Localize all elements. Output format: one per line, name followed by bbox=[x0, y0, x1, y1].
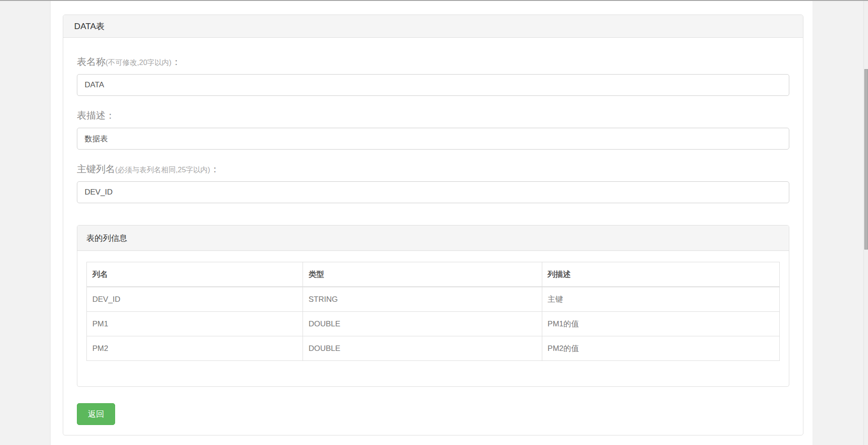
table-name-label-text: 表名称 bbox=[77, 56, 106, 67]
cell-col-type: STRING bbox=[303, 287, 542, 312]
primary-key-input[interactable] bbox=[77, 181, 789, 203]
primary-key-label-colon: ： bbox=[210, 164, 220, 174]
cell-col-type: DOUBLE bbox=[303, 312, 542, 336]
cell-col-name: PM2 bbox=[87, 336, 303, 361]
data-table-panel-heading: DATA表 bbox=[63, 15, 803, 38]
table-row: PM1 DOUBLE PM1的值 bbox=[87, 312, 780, 336]
data-table-panel-body: 表名称(不可修改,20字以内)： 表描述： 主键列名(必须与表列名相同,25字以… bbox=[63, 38, 803, 435]
column-header-type: 类型 bbox=[303, 262, 542, 287]
columns-table: 列名 类型 列描述 DEV_ID STRING 主键 bbox=[86, 262, 780, 361]
primary-key-field-group: 主键列名(必须与表列名相同,25字以内)： bbox=[77, 163, 789, 203]
table-desc-label-colon: ： bbox=[106, 110, 115, 120]
cell-col-type: DOUBLE bbox=[303, 336, 542, 361]
column-header-name: 列名 bbox=[87, 262, 303, 287]
page-content-area: DATA表 表名称(不可修改,20字以内)： 表描述： 主键列名(必须与表列名相… bbox=[50, 1, 812, 445]
vertical-scrollbar-thumb[interactable] bbox=[864, 69, 868, 250]
data-table-panel: DATA表 表名称(不可修改,20字以内)： 表描述： 主键列名(必须与表列名相… bbox=[63, 15, 803, 435]
table-row: PM2 DOUBLE PM2的值 bbox=[87, 336, 780, 361]
primary-key-label-text: 主键列名 bbox=[77, 164, 115, 174]
columns-info-panel-heading: 表的列信息 bbox=[77, 225, 789, 251]
table-desc-label-text: 表描述 bbox=[77, 110, 106, 120]
columns-info-panel: 表的列信息 列名 类型 列描述 DEV_ID bbox=[77, 225, 789, 387]
columns-info-panel-body: 列名 类型 列描述 DEV_ID STRING 主键 bbox=[77, 251, 789, 386]
table-desc-field-group: 表描述： bbox=[77, 110, 789, 150]
table-name-input[interactable] bbox=[77, 74, 789, 96]
vertical-scrollbar[interactable] bbox=[863, 1, 868, 445]
table-name-label: 表名称(不可修改,20字以内)： bbox=[77, 56, 789, 69]
cell-col-desc: PM1的值 bbox=[542, 312, 779, 336]
columns-table-header-row: 列名 类型 列描述 bbox=[87, 262, 780, 287]
primary-key-label: 主键列名(必须与表列名相同,25字以内)： bbox=[77, 163, 789, 176]
table-desc-input[interactable] bbox=[77, 128, 789, 150]
cell-col-desc: 主键 bbox=[542, 287, 779, 312]
table-desc-label: 表描述： bbox=[77, 110, 789, 122]
table-name-field-group: 表名称(不可修改,20字以内)： bbox=[77, 56, 789, 96]
cell-col-name: PM1 bbox=[87, 312, 303, 336]
window-top-edge bbox=[0, 0, 868, 1]
table-name-label-colon: ： bbox=[172, 56, 181, 67]
primary-key-label-hint: (必须与表列名相同,25字以内) bbox=[115, 166, 210, 174]
cell-col-name: DEV_ID bbox=[87, 287, 303, 312]
column-header-desc: 列描述 bbox=[542, 262, 779, 287]
panel-title: DATA表 bbox=[74, 21, 105, 31]
table-row: DEV_ID STRING 主键 bbox=[87, 287, 780, 312]
table-name-label-hint: (不可修改,20字以内) bbox=[106, 59, 172, 66]
columns-info-panel-title: 表的列信息 bbox=[86, 234, 127, 243]
back-button[interactable]: 返回 bbox=[77, 403, 115, 425]
cell-col-desc: PM2的值 bbox=[542, 336, 779, 361]
